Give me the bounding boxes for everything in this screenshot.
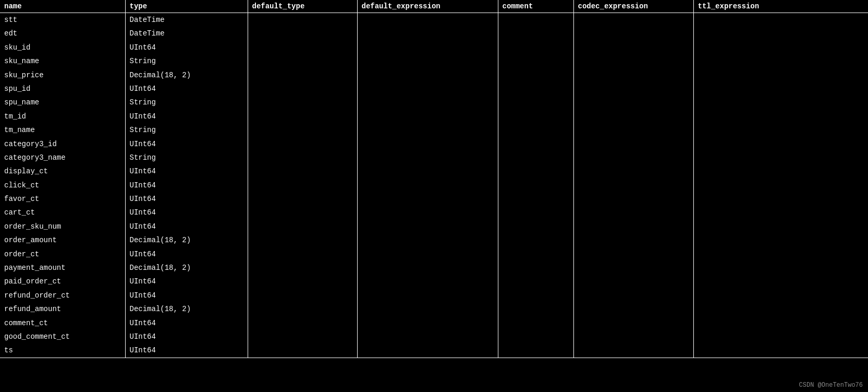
- cell-ttl_expression: [693, 151, 868, 164]
- table-row: spu_nameString: [0, 96, 868, 109]
- cell-default_expression: [357, 96, 498, 109]
- cell-comment: [498, 330, 573, 343]
- cell-default_type: [248, 41, 357, 54]
- cell-comment: [498, 220, 573, 233]
- cell-comment: [498, 96, 573, 109]
- cell-name: comment_ct: [0, 316, 125, 330]
- table-row: sttDateTime: [0, 13, 868, 27]
- table-row: click_ctUInt64: [0, 179, 868, 192]
- cell-ttl_expression: [693, 96, 868, 109]
- table-row: order_ctUInt64: [0, 247, 868, 261]
- cell-default_type: [248, 206, 357, 219]
- cell-ttl_expression: [693, 179, 868, 192]
- cell-default_expression: [357, 275, 498, 288]
- cell-name: order_ct: [0, 247, 125, 261]
- cell-comment: [498, 192, 573, 206]
- cell-default_expression: [357, 316, 498, 330]
- cell-codec_expression: [573, 233, 693, 247]
- cell-type: UInt64: [125, 247, 248, 261]
- header-name: name: [0, 0, 125, 13]
- cell-name: good_comment_ct: [0, 330, 125, 343]
- cell-type: UInt64: [125, 289, 248, 302]
- cell-ttl_expression: [693, 343, 868, 358]
- cell-codec_expression: [573, 261, 693, 275]
- header-row: name type default_type default_expressio…: [0, 0, 868, 13]
- cell-ttl_expression: [693, 27, 868, 40]
- cell-codec_expression: [573, 343, 693, 358]
- table-row: sku_nameString: [0, 54, 868, 68]
- cell-name: spu_name: [0, 96, 125, 109]
- cell-name: click_ct: [0, 179, 125, 192]
- cell-type: UInt64: [125, 220, 248, 233]
- cell-name: refund_order_ct: [0, 289, 125, 302]
- cell-ttl_expression: [693, 54, 868, 68]
- cell-default_type: [248, 330, 357, 343]
- cell-default_type: [248, 82, 357, 96]
- cell-name: sku_price: [0, 68, 125, 82]
- cell-ttl_expression: [693, 68, 868, 82]
- cell-default_type: [248, 247, 357, 261]
- cell-name: category3_name: [0, 151, 125, 164]
- cell-default_expression: [357, 179, 498, 192]
- cell-ttl_expression: [693, 289, 868, 302]
- cell-default_type: [248, 13, 357, 27]
- cell-type: UInt64: [125, 330, 248, 343]
- cell-default_expression: [357, 192, 498, 206]
- table-row: tm_idUInt64: [0, 110, 868, 123]
- cell-type: DateTime: [125, 13, 248, 27]
- cell-default_type: [248, 137, 357, 151]
- table-row: paid_order_ctUInt64: [0, 275, 868, 288]
- cell-comment: [498, 110, 573, 123]
- cell-type: UInt64: [125, 137, 248, 151]
- cell-default_type: [248, 289, 357, 302]
- cell-comment: [498, 302, 573, 316]
- cell-default_expression: [357, 41, 498, 54]
- cell-name: ts: [0, 343, 125, 358]
- cell-type: Decimal(18, 2): [125, 233, 248, 247]
- cell-ttl_expression: [693, 316, 868, 330]
- cell-default_expression: [357, 110, 498, 123]
- table-row: spu_idUInt64: [0, 82, 868, 96]
- cell-default_type: [248, 233, 357, 247]
- cell-comment: [498, 179, 573, 192]
- table-row: tm_nameString: [0, 123, 868, 137]
- cell-codec_expression: [573, 247, 693, 261]
- table-row: edtDateTime: [0, 27, 868, 40]
- cell-comment: [498, 82, 573, 96]
- table-row: refund_amountDecimal(18, 2): [0, 302, 868, 316]
- table-row: sku_idUInt64: [0, 41, 868, 54]
- cell-codec_expression: [573, 110, 693, 123]
- cell-default_expression: [357, 220, 498, 233]
- cell-ttl_expression: [693, 275, 868, 288]
- cell-default_expression: [357, 233, 498, 247]
- cell-default_expression: [357, 247, 498, 261]
- cell-default_expression: [357, 82, 498, 96]
- cell-default_expression: [357, 68, 498, 82]
- table-row: refund_order_ctUInt64: [0, 289, 868, 302]
- schema-table: name type default_type default_expressio…: [0, 0, 868, 358]
- cell-type: Decimal(18, 2): [125, 261, 248, 275]
- cell-codec_expression: [573, 54, 693, 68]
- cell-name: order_amount: [0, 233, 125, 247]
- cell-default_type: [248, 275, 357, 288]
- cell-comment: [498, 68, 573, 82]
- cell-comment: [498, 261, 573, 275]
- table-row: order_amountDecimal(18, 2): [0, 233, 868, 247]
- cell-default_expression: [357, 164, 498, 178]
- cell-name: display_ct: [0, 164, 125, 178]
- cell-name: edt: [0, 27, 125, 40]
- cell-codec_expression: [573, 179, 693, 192]
- cell-codec_expression: [573, 82, 693, 96]
- cell-comment: [498, 206, 573, 219]
- cell-ttl_expression: [693, 41, 868, 54]
- table-row: good_comment_ctUInt64: [0, 330, 868, 343]
- cell-codec_expression: [573, 27, 693, 40]
- cell-comment: [498, 13, 573, 27]
- table-row: category3_nameString: [0, 151, 868, 164]
- cell-name: category3_id: [0, 137, 125, 151]
- cell-default_type: [248, 110, 357, 123]
- cell-codec_expression: [573, 13, 693, 27]
- cell-ttl_expression: [693, 247, 868, 261]
- cell-codec_expression: [573, 330, 693, 343]
- cell-name: sku_id: [0, 41, 125, 54]
